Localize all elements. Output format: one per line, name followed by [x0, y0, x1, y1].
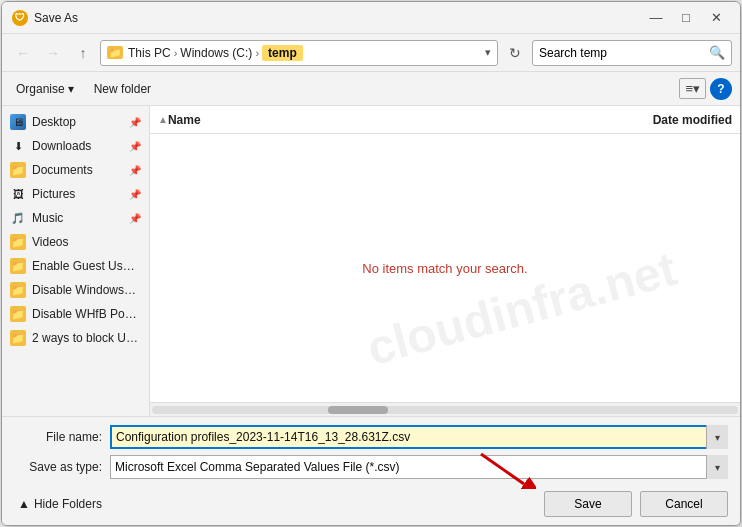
save-as-dialog: 🛡 Save As — □ ✕ ← → ↑ 📁 This PC › Window…: [1, 1, 741, 526]
sidebar-label-pictures: Pictures: [32, 187, 123, 201]
organise-button[interactable]: Organise ▾: [10, 80, 80, 98]
sidebar-pin-music: 📌: [129, 213, 141, 224]
maximize-button[interactable]: □: [672, 7, 700, 29]
main-content: 🖥 Desktop 📌 ⬇ Downloads 📌 📁 Documents 📌 …: [2, 106, 740, 416]
savetype-input-wrapper: ▾: [110, 455, 728, 479]
savetype-label: Save as type:: [14, 460, 102, 474]
hide-folders-chevron: ▲: [18, 497, 30, 511]
sidebar-item-videos[interactable]: 📁 Videos: [2, 230, 149, 254]
search-box[interactable]: 🔍: [532, 40, 732, 66]
sidebar-pin-documents: 📌: [129, 165, 141, 176]
filename-input[interactable]: [110, 425, 728, 449]
search-input[interactable]: [539, 46, 709, 60]
sidebar-item-disable-whfb[interactable]: 📁 Disable WHfB Po…: [2, 302, 149, 326]
sidebar-item-music[interactable]: 🎵 Music 📌: [2, 206, 149, 230]
sidebar-item-disable-windows[interactable]: 📁 Disable Windows…: [2, 278, 149, 302]
savetype-row: Save as type: ▾: [14, 455, 728, 479]
view-icon: ≡: [685, 81, 693, 96]
sidebar: 🖥 Desktop 📌 ⬇ Downloads 📌 📁 Documents 📌 …: [2, 106, 150, 416]
enable-guest-icon: 📁: [10, 258, 26, 274]
save-button-wrapper: Save: [544, 491, 632, 517]
new-folder-label: New folder: [94, 82, 151, 96]
savetype-dropdown-button[interactable]: ▾: [706, 455, 728, 479]
back-button[interactable]: ←: [10, 40, 36, 66]
sidebar-label-music: Music: [32, 211, 123, 225]
sidebar-pin-downloads: 📌: [129, 141, 141, 152]
filename-dropdown-button[interactable]: ▾: [706, 425, 728, 449]
filename-label: File name:: [14, 430, 102, 444]
help-button[interactable]: ?: [710, 78, 732, 100]
view-dropdown-icon: ▾: [693, 81, 700, 96]
savetype-input[interactable]: [110, 455, 728, 479]
view-toggle-button[interactable]: ≡ ▾: [679, 78, 706, 99]
search-icon[interactable]: 🔍: [709, 45, 725, 60]
disable-whfb-icon: 📁: [10, 306, 26, 322]
sidebar-label-disable-windows: Disable Windows…: [32, 283, 141, 297]
scrollbar-thumb[interactable]: [328, 406, 388, 414]
title-bar: 🛡 Save As — □ ✕: [2, 2, 740, 34]
minimize-button[interactable]: —: [642, 7, 670, 29]
app-icon: 🛡: [12, 10, 28, 26]
cancel-button[interactable]: Cancel: [640, 491, 728, 517]
2ways-icon: 📁: [10, 330, 26, 346]
action-bar: Organise ▾ New folder ≡ ▾ ?: [2, 72, 740, 106]
organise-label: Organise: [16, 82, 65, 96]
hide-folders-label: Hide Folders: [34, 497, 102, 511]
breadcrumb[interactable]: 📁 This PC › Windows (C:) › temp ▾: [100, 40, 498, 66]
documents-icon: 📁: [10, 162, 26, 178]
refresh-button[interactable]: ↻: [502, 40, 528, 66]
svg-line-1: [481, 454, 524, 484]
bottom-actions: ▲ Hide Folders Save Cancel: [2, 487, 740, 525]
file-list-body: No items match your search.: [150, 134, 740, 402]
red-arrow-indicator: [476, 449, 536, 489]
horizontal-scrollbar[interactable]: [150, 402, 740, 416]
desktop-icon: 🖥: [10, 114, 26, 130]
sidebar-pin-pictures: 📌: [129, 189, 141, 200]
sidebar-item-desktop[interactable]: 🖥 Desktop 📌: [2, 110, 149, 134]
scrollbar-track: [152, 406, 738, 414]
forward-button[interactable]: →: [40, 40, 66, 66]
breadcrumb-drive[interactable]: Windows (C:): [180, 46, 252, 60]
sidebar-label-2ways: 2 ways to block U…: [32, 331, 141, 345]
sidebar-label-downloads: Downloads: [32, 139, 123, 153]
up-button[interactable]: ↑: [70, 40, 96, 66]
dialog-title: Save As: [34, 11, 642, 25]
new-folder-button[interactable]: New folder: [88, 80, 157, 98]
pictures-icon: 🖼: [10, 186, 26, 202]
filename-input-wrapper: ▾: [110, 425, 728, 449]
col-date-header[interactable]: Date modified: [572, 113, 732, 127]
breadcrumb-current[interactable]: temp: [262, 45, 303, 61]
sidebar-label-videos: Videos: [32, 235, 141, 249]
sidebar-item-documents[interactable]: 📁 Documents 📌: [2, 158, 149, 182]
sidebar-item-2ways[interactable]: 📁 2 ways to block U…: [2, 326, 149, 350]
file-header: ▲ Name Date modified: [150, 106, 740, 134]
breadcrumb-thispc[interactable]: This PC: [128, 46, 171, 60]
breadcrumb-sep1: ›: [174, 47, 178, 59]
sidebar-item-enable-guest[interactable]: 📁 Enable Guest Use…: [2, 254, 149, 278]
sidebar-label-desktop: Desktop: [32, 115, 123, 129]
breadcrumb-sep2: ›: [255, 47, 259, 59]
breadcrumb-dropdown-arrow[interactable]: ▾: [485, 46, 491, 59]
save-button[interactable]: Save: [544, 491, 632, 517]
sidebar-label-enable-guest: Enable Guest Use…: [32, 259, 141, 273]
organise-dropdown-icon: ▾: [68, 82, 74, 96]
downloads-icon: ⬇: [10, 138, 26, 154]
music-icon: 🎵: [10, 210, 26, 226]
sidebar-item-pictures[interactable]: 🖼 Pictures 📌: [2, 182, 149, 206]
videos-icon: 📁: [10, 234, 26, 250]
sidebar-item-downloads[interactable]: ⬇ Downloads 📌: [2, 134, 149, 158]
sort-arrow: ▲: [158, 114, 168, 125]
window-controls: — □ ✕: [642, 7, 730, 29]
breadcrumb-folder-icon: 📁: [107, 46, 123, 59]
navigation-toolbar: ← → ↑ 📁 This PC › Windows (C:) › temp ▾ …: [2, 34, 740, 72]
dialog-action-buttons: Save Cancel: [544, 491, 728, 517]
file-pane: cloudinfra.net ▲ Name Date modified No i…: [150, 106, 740, 416]
col-name-header[interactable]: Name: [168, 113, 572, 127]
breadcrumb-inner: 📁 This PC › Windows (C:) › temp: [107, 45, 481, 61]
hide-folders-button[interactable]: ▲ Hide Folders: [14, 495, 106, 513]
filename-row: File name: ▾: [14, 425, 728, 449]
close-button[interactable]: ✕: [702, 7, 730, 29]
sidebar-label-documents: Documents: [32, 163, 123, 177]
view-controls: ≡ ▾ ?: [679, 78, 732, 100]
sidebar-label-disable-whfb: Disable WHfB Po…: [32, 307, 141, 321]
